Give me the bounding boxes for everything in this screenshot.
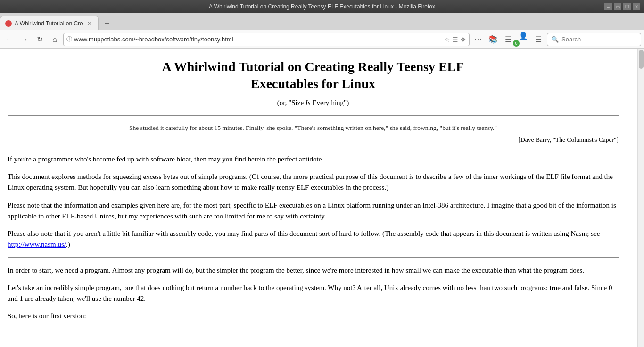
quote-attribution: [Dave Barry, "The Columnist's Caper"] <box>8 135 619 145</box>
paragraph-1: If you're a programmer who's become fed … <box>8 154 619 165</box>
divider-middle <box>8 257 619 258</box>
scrollbar-thumb[interactable] <box>639 50 644 69</box>
minimize-button[interactable]: – <box>604 3 612 10</box>
hamburger-menu-button[interactable]: ☰ <box>532 33 545 46</box>
search-input[interactable] <box>561 36 637 43</box>
tab-label: A Whirlwind Tutorial on Cre <box>15 20 83 27</box>
paragraph-3: Please note that the information and exa… <box>8 200 619 222</box>
home-button[interactable]: ⌂ <box>48 33 61 46</box>
address-icons: ☆ ☰ ❖ <box>444 36 466 43</box>
sync-badge: 0 <box>513 40 520 47</box>
active-tab[interactable]: A Whirlwind Tutorial on Cre ✕ <box>0 16 99 30</box>
paragraph-2: This document explores methods for squee… <box>8 171 619 194</box>
close-button[interactable]: ✕ <box>633 3 640 10</box>
navbar: ← → ↻ ⌂ ⓘ ☆ ☰ ❖ ⋯ 📚 ☰ 👤 0 ☰ 🔍 <box>0 30 644 49</box>
security-icon: ⓘ <box>66 35 72 43</box>
tab-close-button[interactable]: ✕ <box>86 20 93 27</box>
reload-button[interactable]: ↻ <box>33 33 46 46</box>
subtitle-italic: Is <box>305 99 311 106</box>
paragraph-5: In order to start, we need a program. Al… <box>8 265 619 276</box>
address-bar-container: ⓘ ☆ ☰ ❖ <box>63 33 470 46</box>
maximize-button[interactable]: ▭ <box>614 3 621 10</box>
search-bar-container: 🔍 <box>547 33 641 46</box>
titlebar-title: A Whirlwind Tutorial on Creating Really … <box>209 3 435 10</box>
divider-top <box>8 115 619 116</box>
search-icon: 🔍 <box>551 36 559 43</box>
back-button[interactable]: ← <box>3 33 16 46</box>
scrollbar[interactable] <box>637 49 644 347</box>
sync-icon[interactable]: 👤 <box>517 30 530 43</box>
reader-mode-icon[interactable]: ☰ <box>452 36 458 43</box>
forward-button[interactable]: → <box>18 33 31 46</box>
new-tab-button[interactable]: + <box>100 17 114 30</box>
subtitle-pre: (or, "Size <box>277 99 305 106</box>
content-wrapper: A Whirlwind Tutorial on Creating Really … <box>0 49 644 347</box>
para4-post: .) <box>66 241 70 248</box>
pocket-icon[interactable]: ❖ <box>460 36 466 43</box>
address-bar[interactable] <box>74 36 442 43</box>
paragraph-6: Let's take an incredibly simple program,… <box>8 282 619 305</box>
paragraph-7: So, here is our first version: <box>8 311 619 322</box>
page-content: A Whirlwind Tutorial on Creating Really … <box>0 49 637 347</box>
library-icon[interactable]: 📚 <box>487 33 500 46</box>
window-controls: – ▭ ❐ ✕ <box>604 3 640 10</box>
overflow-menu-button[interactable]: ⋯ <box>471 33 485 46</box>
subtitle: (or, "Size Is Everything") <box>8 97 619 108</box>
sync-button-container: 👤 0 <box>517 30 530 49</box>
paragraph-4: Please also note that if you aren't a li… <box>8 228 619 250</box>
tab-favicon <box>5 20 12 27</box>
page-title: A Whirlwind Tutorial on Creating Really … <box>8 58 619 93</box>
titlebar: A Whirlwind Tutorial on Creating Really … <box>0 0 644 13</box>
subtitle-post: Everything") <box>311 99 349 106</box>
para4-pre: Please also note that if you aren't a li… <box>8 230 600 237</box>
restore-button[interactable]: ❐ <box>623 3 631 10</box>
quote-text: She studied it carefully for about 15 mi… <box>8 123 619 133</box>
bookmark-icon[interactable]: ☆ <box>444 36 450 43</box>
nasm-link[interactable]: http://www.nasm.us/ <box>8 241 66 248</box>
nav-extras: ⋯ 📚 ☰ 👤 0 ☰ <box>471 30 545 49</box>
tabbar: A Whirlwind Tutorial on Cre ✕ + <box>0 13 644 30</box>
